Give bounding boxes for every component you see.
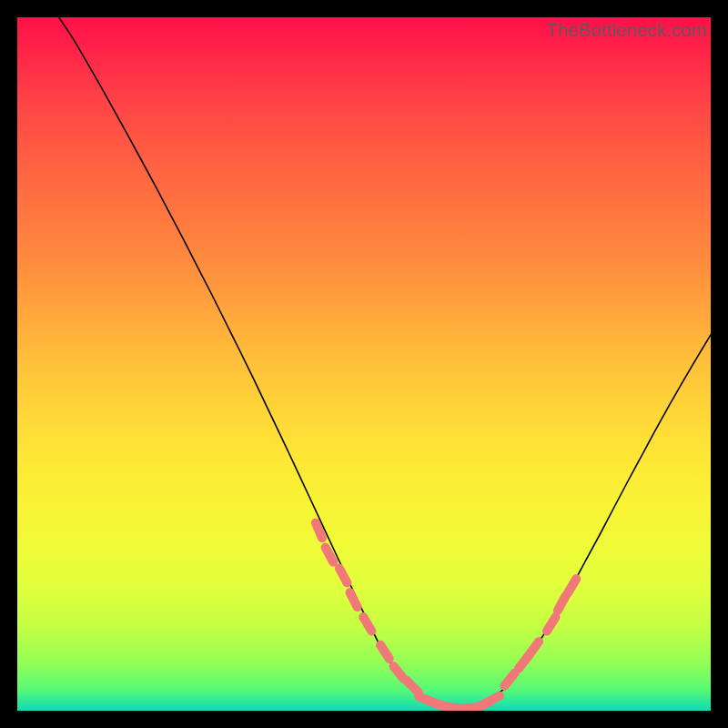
curve-marker [316, 523, 322, 539]
curve-marker [380, 645, 389, 659]
chart-frame: TheBottleneck.com [17, 17, 711, 711]
curve-markers-bottom [419, 696, 500, 709]
curve-marker [558, 596, 566, 611]
curve-marker [485, 696, 500, 703]
curve-marker [363, 617, 371, 632]
v-curve-line [59, 17, 711, 710]
curve-marker [568, 579, 576, 593]
curve-marker [504, 673, 514, 686]
curve-marker [529, 642, 539, 655]
curve-marker [394, 666, 404, 679]
bottleneck-curve [17, 17, 711, 711]
curve-markers-left [316, 523, 419, 693]
curve-markers-right [504, 579, 576, 686]
curve-marker [339, 569, 348, 583]
curve-marker [326, 548, 334, 562]
watermark-text: TheBottleneck.com [547, 20, 707, 41]
curve-marker [407, 681, 419, 693]
curve-marker [350, 592, 358, 607]
curve-marker [547, 617, 556, 631]
